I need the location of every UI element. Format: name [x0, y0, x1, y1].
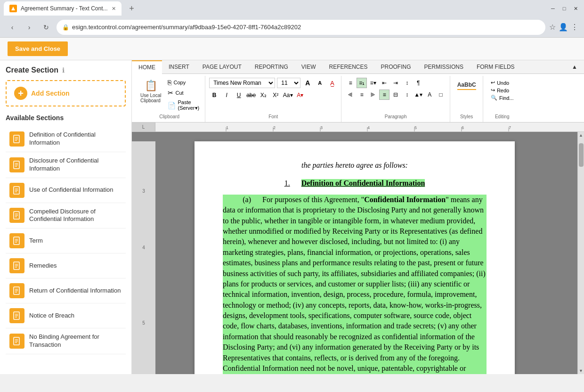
ribbon-tab-proofing[interactable]: PROOFING: [374, 60, 418, 74]
ribbon-tab-form-fields[interactable]: FORM FIELDS: [470, 60, 521, 74]
sidebar-section-item-8[interactable]: No Binding Agreement for Transaction: [6, 328, 126, 354]
scroll-up-arrow[interactable]: ▲: [578, 132, 584, 139]
address-bar: ‹ › ↻ 🔒 esign.textcontrol.com/agreement/…: [0, 17, 584, 38]
section-icon-3: [9, 208, 24, 223]
minimize-button[interactable]: ─: [548, 4, 558, 13]
scroll-thumb[interactable]: [579, 143, 584, 167]
forward-button[interactable]: ›: [23, 21, 36, 34]
ribbon-tab-reporting[interactable]: REPORTING: [248, 60, 295, 74]
undo-button[interactable]: ↩ Undo: [491, 80, 509, 86]
font-name-select[interactable]: Times New Roman: [209, 78, 275, 88]
undo-icon: ↩: [491, 80, 495, 86]
sort-button[interactable]: ↕: [402, 78, 412, 88]
bold-button[interactable]: B: [209, 90, 219, 100]
vertical-scrollbar[interactable]: ▲ ▼: [577, 132, 584, 374]
svg-marker-0: [11, 7, 15, 10]
maximize-button[interactable]: □: [560, 4, 569, 13]
justify-button[interactable]: ≡: [379, 90, 389, 100]
para-color-button[interactable]: A: [424, 90, 435, 100]
line-spacing-button[interactable]: ↕: [402, 90, 412, 100]
bullet-list-button[interactable]: ≡: [345, 78, 356, 88]
cut-button[interactable]: ✂ Cut: [166, 88, 201, 98]
use-local-clipboard-button[interactable]: 📋 Use LocalClipboard: [138, 78, 164, 105]
redo-button[interactable]: ↪ Redo: [491, 87, 509, 93]
ribbon-tab-insert[interactable]: INSERT: [162, 60, 196, 74]
scroll-track[interactable]: [578, 139, 584, 368]
section-label-8: No Binding Agreement for Transaction: [29, 333, 122, 349]
superscript-button[interactable]: X²: [270, 90, 281, 100]
profile-icon[interactable]: 👤: [559, 23, 568, 32]
ribbon-tab-view[interactable]: VIEW: [295, 60, 323, 74]
sections-list: Definition of Confidential Information D…: [6, 126, 126, 354]
menu-icon[interactable]: ⋮: [571, 23, 578, 32]
highlight-button[interactable]: A̲: [327, 78, 337, 88]
decrease-indent-button[interactable]: ⇤: [379, 78, 389, 88]
shrink-font-button[interactable]: A: [315, 78, 325, 88]
underline-button[interactable]: U: [234, 90, 244, 100]
ribbon-collapse-button[interactable]: ▲: [565, 60, 584, 74]
copy-button[interactable]: ⎘ Copy: [166, 78, 201, 87]
find-button[interactable]: 🔍 Find...: [491, 95, 514, 101]
copy-icon: ⎘: [168, 79, 171, 86]
change-case-button[interactable]: Aa▾: [283, 90, 293, 100]
font-color-button[interactable]: A▾: [295, 90, 305, 100]
section-icon-1: [9, 157, 24, 172]
sidebar-section-item-2[interactable]: Use of Confidential Information: [6, 178, 126, 203]
sidebar-section-item-0[interactable]: Definition of Confidential Information: [6, 126, 126, 152]
sidebar-section-item-6[interactable]: Return of Confidential Information: [6, 278, 126, 303]
font-label: Font: [268, 112, 278, 120]
font-size-select[interactable]: 11: [277, 78, 300, 88]
strikethrough-button[interactable]: abe: [246, 90, 256, 100]
ribbon-tab-references[interactable]: REFERENCES: [323, 60, 374, 74]
columns-button[interactable]: ⊟: [390, 90, 401, 100]
section-number: 1.: [284, 179, 290, 187]
show-formatting-button[interactable]: ¶: [413, 78, 423, 88]
refresh-button[interactable]: ↻: [40, 21, 53, 34]
url-bar[interactable]: 🔒 esign.textcontrol.com/agreement/summar…: [57, 20, 545, 35]
document-scroll-area[interactable]: 3 4 5 6 7 the parties hereto agree as fo…: [132, 132, 577, 374]
section-label-1: Disclosure of Confidential Information: [29, 157, 122, 173]
back-button[interactable]: ‹: [6, 21, 19, 34]
document-icon-8: [13, 337, 21, 345]
browser-tab[interactable]: Agreement Summary - Text Cont... ✕: [4, 1, 122, 16]
app-toolbar: Save and Close: [0, 38, 584, 60]
sidebar-section-item-3[interactable]: Compelled Disclosure of Confidential Inf…: [6, 203, 126, 229]
svg-text:5: 5: [414, 125, 417, 130]
align-center-button[interactable]: ≡: [357, 90, 367, 100]
sidebar-section-item-4[interactable]: Term: [6, 229, 126, 253]
italic-button[interactable]: I: [221, 90, 232, 100]
subscript-button[interactable]: X₂: [258, 90, 268, 100]
sidebar-section-item-1[interactable]: Disclosure of Confidential Information: [6, 152, 126, 178]
align-left-button[interactable]: ⫷: [345, 90, 356, 100]
section-label-6: Return of Confidential Information: [29, 287, 121, 295]
numbered-list-button[interactable]: ≡₁: [357, 78, 367, 88]
add-section-button[interactable]: + Add Section: [6, 80, 126, 106]
align-right-button[interactable]: ⫸: [368, 90, 378, 100]
tab-favicon: [9, 5, 17, 12]
paste-server-button[interactable]: 📄 Paste(Server▾): [166, 98, 201, 112]
ribbon-tab-page-layout[interactable]: PAGE LAYOUT: [196, 60, 248, 74]
ribbon-tab-home[interactable]: HOME: [132, 60, 162, 74]
ribbon: HOMEINSERTPAGE LAYOUTREPORTINGVIEWREFERE…: [132, 60, 584, 122]
url-text: esign.textcontrol.com/agreement/summary/…: [72, 24, 540, 31]
section-1-block: 1. Definition of Confidential Informatio…: [223, 178, 487, 188]
tab-close-btn[interactable]: ✕: [112, 6, 116, 12]
sidebar-section-item-7[interactable]: Notice of Breach: [6, 303, 126, 328]
multilevel-list-button[interactable]: ≡▾: [368, 78, 378, 88]
save-close-button[interactable]: Save and Close: [8, 41, 68, 56]
available-sections-title: Available Sections: [6, 114, 126, 122]
grow-font-button[interactable]: A: [302, 78, 313, 88]
document-icon-4: [13, 237, 21, 245]
ribbon-content: 📋 Use LocalClipboard ⎘ Copy ✂ Cut: [132, 74, 584, 122]
sidebar-section-item-5[interactable]: Remedies: [6, 253, 126, 278]
increase-indent-button[interactable]: ⇥: [390, 78, 401, 88]
ribbon-tab-permissions[interactable]: PERMISSIONS: [418, 60, 470, 74]
highlight-color-button[interactable]: ▲▾: [413, 90, 423, 100]
section-icon-7: [9, 308, 24, 323]
scroll-down-arrow[interactable]: ▼: [578, 368, 584, 374]
bookmark-icon[interactable]: ☆: [549, 23, 556, 32]
section-label-3: Compelled Disclosure of Confidential Inf…: [29, 208, 122, 224]
border-button[interactable]: □: [436, 90, 446, 100]
close-window-button[interactable]: ✕: [571, 4, 580, 13]
new-tab-button[interactable]: +: [125, 2, 138, 15]
